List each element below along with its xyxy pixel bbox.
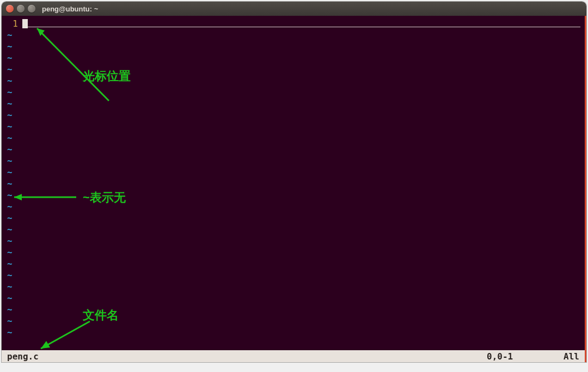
tilde-line: ~ <box>6 52 580 64</box>
tilde-line: ~ <box>6 247 580 258</box>
line-number: 1 <box>6 18 22 29</box>
editor-line-1: 1 <box>6 18 580 29</box>
cursor-block <box>22 19 28 28</box>
tilde-line: ~ <box>6 224 580 235</box>
tilde-line: ~ <box>6 155 580 167</box>
tilde-line: ~ <box>6 327 580 338</box>
tilde-line: ~ <box>6 121 580 132</box>
tilde-line: ~ <box>6 87 580 98</box>
tilde-line: ~ <box>6 98 580 109</box>
tilde-line: ~ <box>6 109 580 121</box>
status-scroll-indicator: All <box>558 351 579 362</box>
close-icon[interactable] <box>6 5 14 13</box>
terminal-body[interactable]: 1 ~~~~~~~~~~~~~~~~~~~~~~~~~~~ peng.c 0,0… <box>2 16 586 362</box>
terminal-window: peng@ubuntu: ~ 1 ~~~~~~~~~~~~~~~~~~~~~~~… <box>2 2 586 362</box>
tilde-line: ~ <box>6 178 580 190</box>
tilde-line: ~ <box>6 41 580 52</box>
tilde-line: ~ <box>6 201 580 212</box>
tilde-line: ~ <box>6 144 580 155</box>
tilde-line: ~ <box>6 292 580 304</box>
tilde-line: ~ <box>6 167 580 178</box>
status-filename: peng.c <box>7 351 39 362</box>
window-title: peng@ubuntu: ~ <box>42 5 98 13</box>
tilde-line: ~ <box>6 270 580 281</box>
current-line-underline <box>28 18 580 27</box>
tilde-line: ~ <box>6 281 580 292</box>
editor-area[interactable]: 1 ~~~~~~~~~~~~~~~~~~~~~~~~~~~ <box>2 16 585 350</box>
tilde-lines-container: ~~~~~~~~~~~~~~~~~~~~~~~~~~~ <box>6 29 580 338</box>
tilde-line: ~ <box>6 64 580 75</box>
tilde-line: ~ <box>6 29 580 41</box>
status-cursor-position: 0,0-1 <box>487 351 558 362</box>
maximize-icon[interactable] <box>28 5 35 13</box>
tilde-line: ~ <box>6 235 580 247</box>
tilde-line: ~ <box>6 75 580 87</box>
vim-status-bar: peng.c 0,0-1 All <box>2 350 585 362</box>
tilde-line: ~ <box>6 190 580 201</box>
tilde-line: ~ <box>6 304 580 315</box>
tilde-line: ~ <box>6 212 580 224</box>
titlebar[interactable]: peng@ubuntu: ~ <box>2 2 586 16</box>
minimize-icon[interactable] <box>17 5 24 13</box>
tilde-line: ~ <box>6 132 580 144</box>
tilde-line: ~ <box>6 315 580 327</box>
tilde-line: ~ <box>6 258 580 270</box>
